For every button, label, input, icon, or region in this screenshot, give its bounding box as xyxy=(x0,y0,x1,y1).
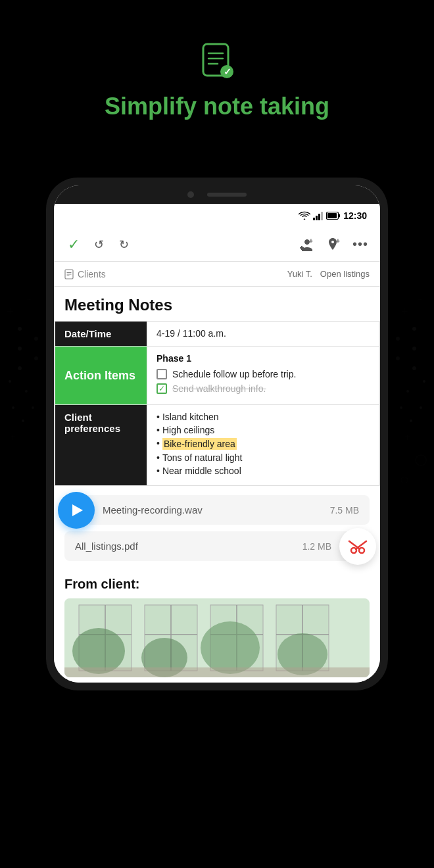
table-row: Date/Time 4-19 / 11:00 a.m. xyxy=(55,322,379,347)
pref-text-4: Tons of natural light xyxy=(162,452,242,463)
phone-screen: 12:30 ✓ ↺ ↻ + xyxy=(54,185,380,683)
add-location-button[interactable]: + xyxy=(324,235,342,254)
pref-text-5: Near middle school xyxy=(162,466,241,476)
svg-point-20 xyxy=(420,406,422,409)
svg-point-5 xyxy=(9,380,11,383)
attachments-area: Meeting-recording.wav 7.5 MB All_listing… xyxy=(54,486,380,561)
svg-text:+: + xyxy=(418,294,423,304)
checkbox-1[interactable] xyxy=(157,369,167,379)
app-icon: ✓ xyxy=(196,39,238,82)
svg-point-8 xyxy=(32,406,34,409)
svg-point-6 xyxy=(25,390,28,393)
bullet-5: • xyxy=(157,466,160,476)
wifi-icon xyxy=(299,211,310,220)
camera-dot xyxy=(187,191,194,198)
table-cell-datetime: 4-19 / 11:00 a.m. xyxy=(147,322,379,347)
pref-text-2: High ceilings xyxy=(162,425,214,435)
pref-item-4: • Tons of natural light xyxy=(157,452,370,463)
pdf-file-container: All_listings.pdf 1.2 MB xyxy=(64,531,370,561)
pref-text-3: Bike-friendly area xyxy=(162,438,237,450)
svg-rect-37 xyxy=(321,212,323,220)
svg-point-17 xyxy=(396,356,400,360)
note-table-wrapper: Date/Time 4-19 / 11:00 a.m. Action Items… xyxy=(54,321,380,486)
phase-label: Phase 1 xyxy=(157,353,370,364)
svg-rect-40 xyxy=(339,214,340,218)
pdf-file-size: 1.2 MB xyxy=(302,541,331,552)
pref-text-1: Island kitchen xyxy=(162,412,219,422)
headline-highlight: note taking xyxy=(203,93,329,120)
audio-file-container: Meeting-recording.wav 7.5 MB xyxy=(64,495,370,525)
svg-rect-39 xyxy=(327,213,337,218)
action-items-header: Action Items xyxy=(55,347,147,405)
svg-point-9 xyxy=(22,420,24,422)
table-cell-preferences: • Island kitchen • High ceilings • Bike-… xyxy=(147,405,379,486)
table-header-preferences: Client preferences xyxy=(55,405,147,486)
toolbar: ✓ ↺ ↻ + + ••• xyxy=(54,228,380,262)
svg-point-18 xyxy=(423,380,425,383)
svg-text:+: + xyxy=(404,431,410,443)
svg-point-13 xyxy=(412,327,416,331)
svg-point-66 xyxy=(201,621,260,674)
headline-plain: Simplify xyxy=(105,93,203,120)
pref-item-2: • High ceilings xyxy=(157,425,370,435)
breadcrumb-tag: Open listings xyxy=(320,269,370,279)
breadcrumb-bar: Clients Yuki T. Open listings xyxy=(54,262,380,287)
table-row-preferences: Client preferences • Island kitchen • Hi… xyxy=(55,405,379,486)
checklist-text-2: Send walkthrough info. xyxy=(172,383,266,394)
svg-point-64 xyxy=(72,628,125,674)
pdf-icon xyxy=(339,528,376,565)
pref-item-5: • Near middle school xyxy=(157,466,370,476)
pref-item-3: • Bike-friendly area xyxy=(157,438,370,450)
toolbar-right: + + ••• xyxy=(296,235,370,254)
play-button[interactable] xyxy=(58,492,95,529)
speaker-bar xyxy=(207,193,247,197)
breadcrumb-label[interactable]: Clients xyxy=(78,269,106,279)
status-time: 12:30 xyxy=(343,210,367,221)
pref-item-1: • Island kitchen xyxy=(157,412,370,422)
signal-icon xyxy=(313,211,324,220)
from-client-section: From client: xyxy=(54,567,380,683)
breadcrumb-right: Yuki T. Open listings xyxy=(287,269,370,279)
svg-point-19 xyxy=(406,390,409,393)
svg-point-26 xyxy=(416,455,426,466)
svg-rect-35 xyxy=(316,216,318,220)
undo-button[interactable]: ↺ xyxy=(89,235,108,254)
svg-point-3 xyxy=(34,337,38,341)
pdf-file-item[interactable]: All_listings.pdf 1.2 MB xyxy=(64,531,370,561)
checklist-item-2: ✓ Send walkthrough info. xyxy=(157,383,370,394)
checkbox-2[interactable]: ✓ xyxy=(157,383,167,394)
svg-point-0 xyxy=(18,327,22,331)
action-items-content-cell: Phase 1 Schedule follow up before trip. … xyxy=(147,347,379,405)
svg-point-22 xyxy=(410,420,412,422)
document-title: Meeting Notes xyxy=(54,287,380,321)
svg-point-14 xyxy=(412,347,416,350)
headline: Simplify note taking xyxy=(105,92,329,120)
pdf-file-name: All_listings.pdf xyxy=(75,541,138,552)
phone-frame: 12:30 ✓ ↺ ↻ + xyxy=(46,178,388,690)
bullet-1: • xyxy=(157,412,160,422)
doc-icon xyxy=(64,269,74,279)
status-icons: 12:30 xyxy=(299,210,367,221)
svg-point-16 xyxy=(396,337,400,341)
table-header-datetime: Date/Time xyxy=(55,322,147,347)
header-section: ✓ Simplify note taking xyxy=(0,39,434,120)
svg-text:+: + xyxy=(26,294,32,304)
checklist-item-1: Schedule follow up before trip. xyxy=(157,369,370,379)
add-person-button[interactable]: + xyxy=(296,235,314,254)
svg-point-21 xyxy=(400,406,402,409)
bullet-4: • xyxy=(157,452,160,463)
svg-text:+: + xyxy=(7,305,14,318)
svg-text:+: + xyxy=(10,431,16,443)
audio-file-item[interactable]: Meeting-recording.wav 7.5 MB xyxy=(64,495,370,525)
play-triangle-icon xyxy=(72,504,83,516)
note-table: Date/Time 4-19 / 11:00 a.m. Action Items… xyxy=(55,321,379,486)
svg-point-2 xyxy=(18,366,22,370)
more-button[interactable]: ••• xyxy=(351,235,370,254)
check-button[interactable]: ✓ xyxy=(64,235,83,254)
breadcrumb-left: Clients xyxy=(64,269,106,279)
from-client-title: From client: xyxy=(64,577,370,592)
audio-file-size: 7.5 MB xyxy=(330,505,359,516)
redo-button[interactable]: ↻ xyxy=(114,235,133,254)
svg-point-7 xyxy=(12,406,14,409)
audio-file-name: Meeting-recording.wav xyxy=(103,504,203,516)
